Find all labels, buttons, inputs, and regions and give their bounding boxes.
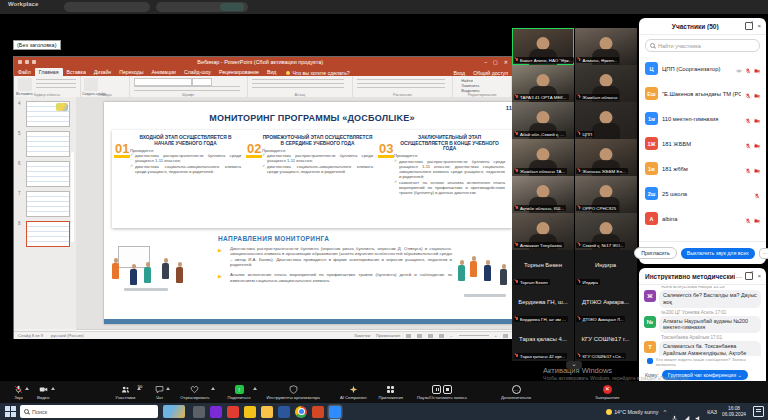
- participant-row[interactable]: Aalbina: [639, 206, 766, 231]
- fit-slide-icon[interactable]: [503, 334, 508, 338]
- thumbnail-scrollbar[interactable]: [71, 152, 74, 242]
- gallery-scroll-down-button[interactable]: ⌄: [566, 361, 582, 369]
- background-tab[interactable]: [64, 2, 150, 12]
- mute-all-button[interactable]: Выключить звук для всех: [681, 248, 755, 259]
- participant-row[interactable]: 1ж181 жббм: [639, 156, 766, 181]
- ribbon-tab-анимации[interactable]: Анимации: [148, 68, 180, 76]
- video-tile[interactable]: Жамбыл облысы: [575, 65, 637, 102]
- font-size-box[interactable]: [192, 78, 212, 86]
- ribbon-tab-дизайн[interactable]: Дизайн: [90, 68, 115, 76]
- ribbon-tab-переходы[interactable]: Переходы: [115, 68, 147, 76]
- close-icon[interactable]: ×: [757, 23, 761, 29]
- slideshow-icon[interactable]: [439, 334, 444, 338]
- chat-button[interactable]: Чат: [155, 385, 164, 400]
- end-button[interactable]: ✕Завершение: [595, 385, 619, 400]
- tray-expand-icon[interactable]: ^: [663, 409, 666, 415]
- chevron-up-icon[interactable]: [25, 387, 29, 390]
- taskbar-search-input[interactable]: Поиск: [20, 405, 158, 418]
- video-tile[interactable]: Ақтөбе облысы, КШ...: [512, 176, 574, 213]
- video-tile[interactable]: Абай обл.,Семей қ. ...: [512, 102, 574, 139]
- chevron-up-icon[interactable]: [253, 387, 257, 390]
- comments-toggle[interactable]: Примечания: [376, 333, 400, 338]
- slide-thumbnail-8[interactable]: 8: [26, 221, 70, 247]
- video-tile[interactable]: ЦПП: [575, 102, 637, 139]
- zoom-out-button[interactable]: –: [450, 333, 452, 338]
- zoom-slider[interactable]: [459, 335, 489, 336]
- participant-row[interactable]: ЦЦПП (Соорганизатор): [639, 56, 766, 81]
- video-tile[interactable]: Алматы, Өркен...: [575, 28, 637, 65]
- participant-search-input[interactable]: Найти участника: [645, 39, 760, 52]
- video-tile[interactable]: ДТІЖО Ақмара...ДТІЖО Акмарал Л...: [575, 287, 637, 324]
- zoom-in-button[interactable]: +: [495, 333, 497, 338]
- apps-button[interactable]: Приложения: [379, 385, 404, 400]
- video-tile[interactable]: ТАРАЗ 41 ОРТА МЕК...: [512, 65, 574, 102]
- chat-more-icon[interactable]: ⋯: [735, 273, 741, 280]
- app-icon[interactable]: [210, 406, 222, 418]
- ribbon-tab-рецензирование[interactable]: Рецензирование: [215, 68, 263, 76]
- participants-more-button[interactable]: ⋯: [759, 248, 768, 259]
- react-button[interactable]: Отреагировать: [180, 385, 209, 400]
- video-tile[interactable]: Семей қ. №17 ЖО...: [575, 213, 637, 250]
- video-tile[interactable]: Торғын БекенТорғын Бекен: [512, 250, 574, 287]
- close-button[interactable]: ✕: [504, 59, 508, 65]
- save-icon[interactable]: [18, 60, 22, 64]
- video-tile[interactable]: ОРРО СРНС925: [575, 176, 637, 213]
- popout-icon[interactable]: [745, 272, 753, 280]
- news-widget-thumbnail[interactable]: [163, 405, 185, 418]
- video-tile[interactable]: Жамбыл облысы ТА...: [512, 139, 574, 176]
- video-tile[interactable]: ИндираИндира: [575, 250, 637, 287]
- weather-widget[interactable]: 14°C Mostly sunny: [606, 409, 658, 415]
- undo-icon[interactable]: [25, 60, 29, 64]
- ribbon-tab-вставка[interactable]: Вставка: [63, 68, 90, 76]
- video-tile[interactable]: Бердиева ГН, ш...Бердиева ГН, шг им ...: [512, 287, 574, 324]
- video-tile[interactable]: Бакыт Алиев, НАО "Өрк...: [512, 28, 574, 65]
- chevron-up-icon[interactable]: [51, 387, 55, 390]
- language-indicator[interactable]: русский (Россия): [51, 333, 84, 338]
- taskbar-clock[interactable]: 16:08 06.09.2024: [722, 406, 746, 418]
- app-icon[interactable]: [278, 406, 290, 418]
- record-button[interactable]: Пауза/Остановить запись: [417, 385, 467, 400]
- ribbon-tab-главная[interactable]: Главная: [35, 68, 63, 76]
- slide-thumbnail-panel[interactable]: 45678: [14, 97, 77, 329]
- app-icon[interactable]: [193, 406, 205, 418]
- more-button[interactable]: ⋯Дополнительно: [501, 385, 531, 400]
- network-tray-icon[interactable]: [683, 408, 690, 415]
- ribbon-tab-файл[interactable]: Файл: [14, 68, 35, 76]
- chrome-icon[interactable]: [295, 406, 307, 418]
- normal-view-icon[interactable]: [406, 334, 411, 338]
- zoom-icon[interactable]: [329, 406, 341, 418]
- video-tile[interactable]: Жанаска ЖББМ Ел...: [575, 139, 637, 176]
- chevron-up-icon[interactable]: [166, 387, 170, 390]
- slide-thumbnail-6[interactable]: 6: [26, 161, 70, 187]
- reading-view-icon[interactable]: [428, 334, 433, 338]
- audio-button[interactable]: Звук: [14, 385, 23, 400]
- microphone-tray-icon[interactable]: [671, 408, 678, 415]
- video-tile[interactable]: КГУ СОШ№17 г...КГУ СОШ№17 г.Се...: [575, 324, 637, 361]
- select-button[interactable]: Выделить: [461, 88, 479, 93]
- font-name-box[interactable]: [134, 78, 192, 86]
- notes-toggle[interactable]: Заметки: [354, 333, 370, 338]
- participant-row[interactable]: 1м110 мектеп-гимназия: [639, 106, 766, 131]
- keyboard-language[interactable]: КАЗ: [707, 409, 717, 415]
- chevron-up-icon[interactable]: [137, 387, 141, 390]
- volume-tray-icon[interactable]: [695, 408, 702, 415]
- new-slide-button[interactable]: [84, 78, 98, 91]
- slide-sorter-icon[interactable]: [417, 334, 422, 338]
- quick-access-toolbar[interactable]: [18, 60, 36, 64]
- maximize-button[interactable]: ▢: [493, 59, 498, 65]
- background-tab-button[interactable]: [220, 3, 244, 11]
- ribbon-tab-слайд-шоу[interactable]: Слайд-шоу: [180, 68, 215, 76]
- invite-button[interactable]: Пригласить: [634, 247, 676, 259]
- participants-button[interactable]: Участники50: [115, 385, 135, 400]
- chat-messages[interactable]: Асем Елеусізова Амира 16:59ЖСалеметсіз б…: [639, 286, 766, 356]
- popout-icon[interactable]: [745, 22, 753, 30]
- participant-row[interactable]: Еш"Е.Шакенов атындағы ТМ (РО...: [639, 81, 766, 106]
- share-button[interactable]: ↑Поделиться: [227, 385, 250, 400]
- notification-center-icon[interactable]: [753, 406, 764, 417]
- close-icon[interactable]: ×: [757, 273, 761, 279]
- paste-button[interactable]: [18, 78, 32, 91]
- video-tile[interactable]: Алмажан Тлеубаева: [512, 213, 574, 250]
- chevron-up-icon[interactable]: [211, 387, 215, 390]
- ribbon-tab-вид[interactable]: Вид: [263, 68, 280, 76]
- slide-thumbnail-4[interactable]: 4: [26, 101, 70, 127]
